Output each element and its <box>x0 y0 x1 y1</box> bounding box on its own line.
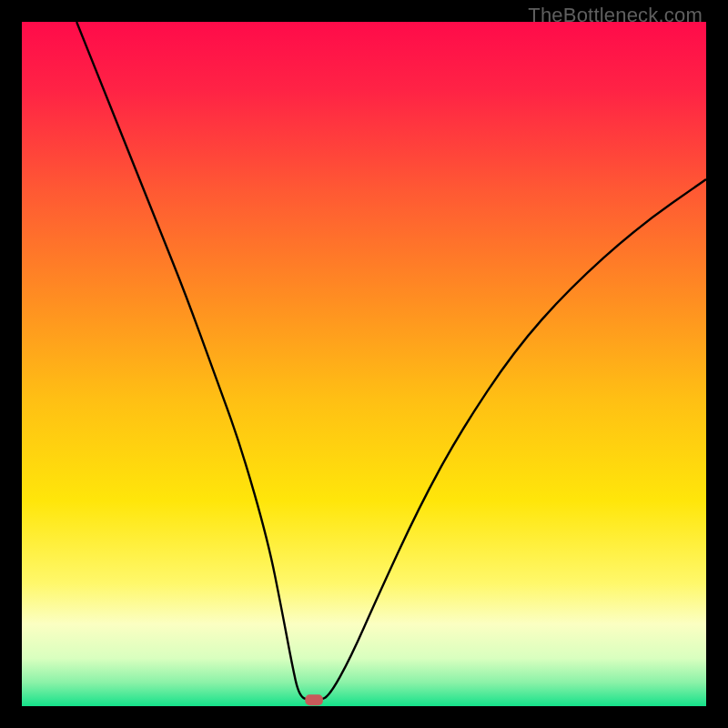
chart-frame: TheBottleneck.com <box>0 0 728 728</box>
background-gradient <box>22 22 706 706</box>
plot-area <box>22 22 706 706</box>
plot-svg <box>22 22 706 706</box>
min-point-marker <box>305 694 323 705</box>
